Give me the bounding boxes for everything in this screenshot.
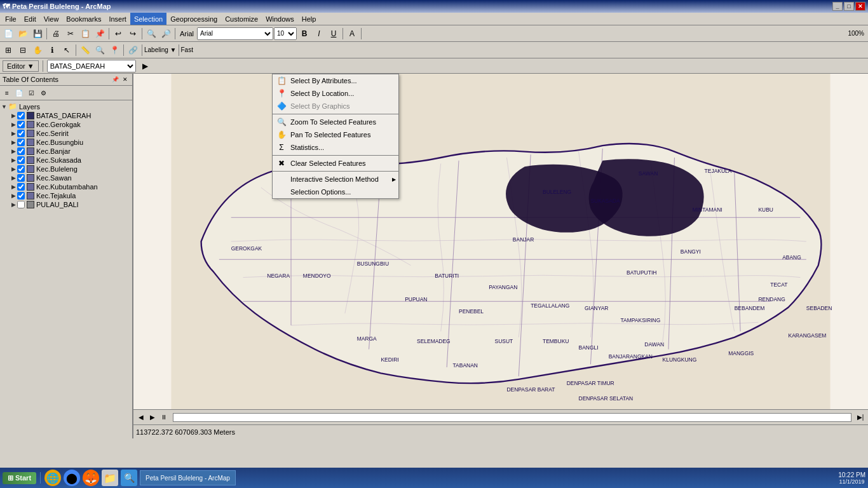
menu-help[interactable]: Help [298,13,320,25]
menu-selection[interactable]: Selection [130,13,166,25]
menu-item-clear-selected[interactable]: ✖Clear Selected Features [273,157,398,170]
search-icon[interactable]: 🔍 [121,470,137,486]
menu-insert[interactable]: Insert [105,13,130,25]
zoom-in-button[interactable]: 🔍 [144,27,158,41]
hyperlink-button[interactable]: 🔗 [126,43,140,57]
layer-checkbox[interactable] [17,130,25,137]
toc-source-view[interactable]: 📄 [13,87,25,98]
toc-item-batas-daerah[interactable]: ▶BATAS_DAERAH [1,111,131,120]
menu-customize[interactable]: Customize [221,13,262,25]
map-prev-button[interactable]: ◀ [136,412,146,423]
editor-dropdown[interactable]: Editor ▼ [3,60,39,72]
toc-options[interactable]: ⚙ [37,87,49,98]
folder-icon[interactable]: 📁 [102,470,118,486]
toc-selection-view[interactable]: ☑ [25,87,37,98]
underline-button[interactable]: U [327,27,341,41]
toc-content: ▼ 📁 Layers ▶BATAS_DAERAH▶Kec.Gerokgak▶Ke… [0,100,132,438]
layer-label: Kec.Sukasada [36,156,81,164]
open-button[interactable]: 📂 [16,27,30,41]
map-next-button[interactable]: ▶ [147,412,158,423]
menu-item-select-by-location[interactable]: 📍Select By Location... [273,87,398,100]
bold-button[interactable]: B [297,27,311,41]
menu-item-pan-selected[interactable]: ✋Pan To Selected Features [273,128,398,141]
menu-bookmarks[interactable]: Bookmarks [62,13,105,25]
layer-checkbox[interactable] [17,174,25,182]
firefox-icon[interactable]: 🦊 [83,470,99,486]
menu-item-zoom-selected[interactable]: 🔍Zoom To Selected Features [273,116,398,128]
layer-checkbox[interactable] [17,183,25,191]
layer-checkbox[interactable] [17,156,25,164]
arcmap-taskbar-item[interactable]: Peta Persil Buleleng - ArcMap [140,470,236,485]
toc-item-kec-tejakula[interactable]: ▶Kec.Tejakula [1,191,131,200]
layer-checkbox[interactable] [17,165,25,173]
label-gerokgak: GEROKGAK [231,245,262,252]
close-button[interactable]: ✕ [855,2,865,11]
find-button[interactable]: 🔍 [93,43,107,57]
toc-item-kec-banjar[interactable]: ▶Kec.Banjar [1,147,131,156]
toc-item-pulau-bali[interactable]: ▶PULAU_BALI [1,200,131,209]
title-bar: 🗺 Peta Persil Buleleng - ArcMap _ □ ✕ [0,0,868,13]
layer-checkbox[interactable] [17,192,25,200]
layer-checkbox[interactable] [17,147,25,155]
font-select[interactable]: Arial [197,27,273,40]
redo-button[interactable]: ↪ [126,27,140,41]
menu-file[interactable]: File [1,13,20,25]
paste-button[interactable]: 📌 [93,27,107,41]
toc-item-kec-seririt[interactable]: ▶Kec.Seririt [1,129,131,138]
toc-layers-header[interactable]: ▼ 📁 Layers [1,102,131,111]
toc-item-kec-sukasada[interactable]: ▶Kec.Sukasada [1,156,131,165]
menu-edit[interactable]: Edit [20,13,40,25]
save-button[interactable]: 💾 [31,27,44,41]
toc-close-button[interactable]: ✕ [121,75,130,84]
pan-button[interactable]: ✋ [31,43,44,57]
color-button[interactable]: A [345,27,359,41]
map-end-button[interactable]: ▶| [855,412,865,423]
undo-button[interactable]: ↩ [111,27,125,41]
map-view[interactable]: GEROKGAK MELATA NEGARA MENDOYO BUSUNGBIU… [133,74,868,409]
toc-item-kec-sawan[interactable]: ▶Kec.Sawan [1,173,131,182]
layer-checkbox[interactable] [17,139,25,146]
minimize-button[interactable]: _ [832,2,843,11]
menu-item-statistics[interactable]: ΣStatistics... [273,141,398,154]
editor-arrow[interactable]: ▶ [139,59,153,73]
layer-color-icon [27,174,34,182]
maximize-button[interactable]: □ [844,2,854,11]
zoom-out-button[interactable]: 🔎 [159,27,173,41]
menu-geoprocessing[interactable]: Geoprocessing [166,13,221,25]
toc-item-kec-kubutambahan[interactable]: ▶Kec.Kubutambahan [1,182,131,191]
copy-button[interactable]: 📋 [78,27,92,41]
new-button[interactable]: 📄 [1,27,15,41]
menu-item-select-by-attributes[interactable]: 📋Select By Attributes... [273,74,398,87]
italic-button[interactable]: I [312,27,326,41]
select-button[interactable]: ↖ [60,43,74,57]
start-button[interactable]: ⊞ Start [3,472,36,484]
measure-button[interactable]: 📏 [78,43,92,57]
menu-view[interactable]: View [40,13,63,25]
menu-item-selection-options[interactable]: Selection Options... [273,186,398,198]
toc-item-kec-buleleng[interactable]: ▶Kec.Buleleng [1,165,131,173]
toc-item-kec-busungbiu[interactable]: ▶Kec.Busungbiu [1,138,131,147]
layer-checkbox[interactable] [17,121,25,128]
go-to-xy-button[interactable]: 📍 [107,43,121,57]
layer-checkbox[interactable] [17,201,25,208]
separator5 [342,28,343,39]
zoom-extent-button[interactable]: ⊟ [16,43,30,57]
identify-button[interactable]: ℹ [45,43,59,57]
label-sukasada: SUKASADA [590,198,620,204]
toc-list-view[interactable]: ≡ [1,87,13,98]
cut-button[interactable]: ✂ [64,27,78,41]
chrome-icon[interactable]: ⬤ [64,470,80,486]
print-button[interactable]: 🖨 [49,27,63,41]
menu-item-label: Select By Location... [290,90,354,97]
layer-checkbox[interactable] [17,112,25,119]
ie-icon[interactable]: 🌐 [44,470,61,486]
zoom-full-button[interactable]: ⊞ [1,43,15,57]
size-select[interactable]: 10 [274,27,297,40]
toc-item-kec-gerokgak[interactable]: ▶Kec.Gerokgak [1,120,131,129]
layer-select[interactable]: BATAS_DAERAH [47,60,136,72]
map-stop-button[interactable]: ⏸ [159,412,169,423]
toc-pin-button[interactable]: 📌 [111,75,119,84]
map-scrollbar[interactable] [173,413,851,422]
menu-item-interactive-selection[interactable]: Interactive Selection Method [273,173,398,186]
menu-windows[interactable]: Windows [262,13,298,25]
